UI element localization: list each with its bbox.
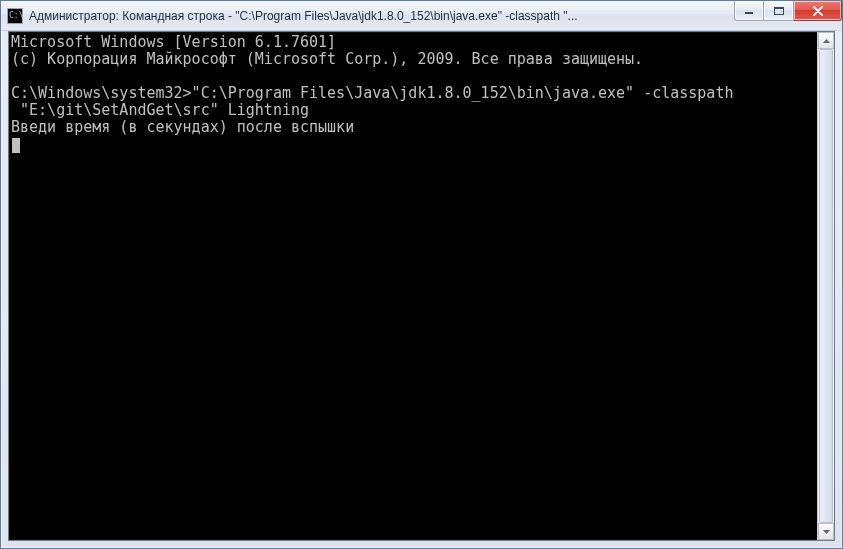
minimize-button[interactable] xyxy=(734,1,764,21)
output-line: "E:\git\SetAndGet\src" Lightning xyxy=(11,101,309,119)
titlebar[interactable]: C:\ Администратор: Командная строка - "C… xyxy=(1,1,842,31)
output-line: Введи время (в секундах) после вспышки xyxy=(11,118,354,136)
svg-text:C:\: C:\ xyxy=(9,11,23,20)
svg-rect-3 xyxy=(745,12,753,14)
terminal-output[interactable]: Microsoft Windows [Version 6.1.7601] (c)… xyxy=(9,32,817,540)
maximize-button[interactable] xyxy=(764,1,794,21)
command-prompt-window: C:\ Администратор: Командная строка - "C… xyxy=(0,0,843,549)
close-button[interactable] xyxy=(794,1,842,21)
scroll-thumb[interactable] xyxy=(819,49,833,523)
svg-rect-5 xyxy=(774,7,784,9)
output-line: C:\Windows\system32>"C:\Program Files\Ja… xyxy=(11,84,733,102)
window-title: Администратор: Командная строка - "C:\Pr… xyxy=(29,9,734,23)
scroll-up-button[interactable] xyxy=(818,32,834,49)
output-line: (c) Корпорация Майкрософт (Microsoft Cor… xyxy=(11,50,643,68)
output-line: Microsoft Windows [Version 6.1.7601] xyxy=(11,33,336,51)
client-area: Microsoft Windows [Version 6.1.7601] (c)… xyxy=(8,31,835,541)
scroll-track[interactable] xyxy=(818,49,834,523)
console-icon: C:\ xyxy=(7,8,23,24)
window-controls xyxy=(734,1,842,30)
text-cursor xyxy=(12,138,20,153)
scroll-down-button[interactable] xyxy=(818,523,834,540)
vertical-scrollbar[interactable] xyxy=(817,32,834,540)
